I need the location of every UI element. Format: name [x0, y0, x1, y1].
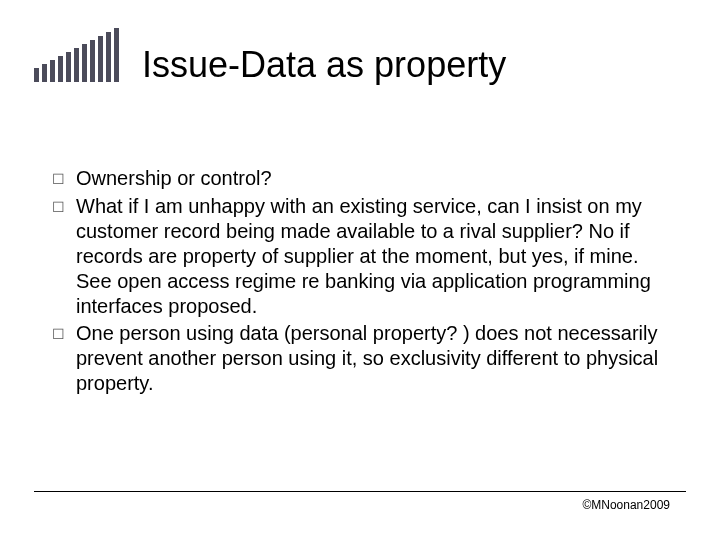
- checkbox-bullet-icon: ☐: [52, 321, 76, 396]
- copyright-footer: ©MNoonan2009: [582, 498, 670, 512]
- bullet-list: ☐ Ownership or control? ☐ What if I am u…: [52, 166, 674, 398]
- divider: [34, 491, 686, 492]
- checkbox-bullet-icon: ☐: [52, 166, 76, 192]
- bullet-text: Ownership or control?: [76, 166, 674, 192]
- list-item: ☐ One person using data (personal proper…: [52, 321, 674, 396]
- list-item: ☐ Ownership or control?: [52, 166, 674, 192]
- checkbox-bullet-icon: ☐: [52, 194, 76, 319]
- slide-title: Issue-Data as property: [142, 44, 506, 86]
- list-item: ☐ What if I am unhappy with an existing …: [52, 194, 674, 319]
- bullet-text: What if I am unhappy with an existing se…: [76, 194, 674, 319]
- bullet-text: One person using data (personal property…: [76, 321, 674, 396]
- slide: Issue-Data as property ☐ Ownership or co…: [0, 0, 720, 540]
- decorative-bars: [34, 22, 122, 82]
